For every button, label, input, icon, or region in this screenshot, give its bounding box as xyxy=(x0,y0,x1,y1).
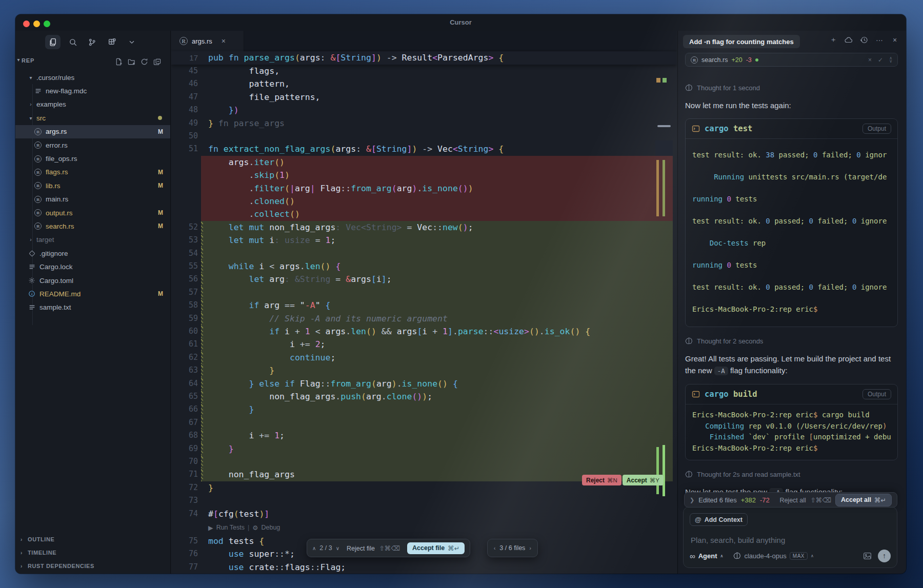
new-chat-icon[interactable]: ＋ xyxy=(829,36,837,44)
code-line-60[interactable]: 60 if i + 1 < args.len() && args[i + 1].… xyxy=(171,325,677,338)
tab-args-rs[interactable]: R args.rs × xyxy=(171,31,244,51)
agent-mode-selector[interactable]: ∞ Agent ∧ xyxy=(690,552,723,560)
add-context-button[interactable]: @ Add Context xyxy=(690,513,748,526)
code-line-62[interactable]: 62 continue; xyxy=(171,351,677,364)
tree-item-search.rs[interactable]: Rsearch.rsM xyxy=(15,219,170,233)
tree-item-README.md[interactable]: README.mdM xyxy=(15,287,170,300)
thought-row[interactable]: Thought for 2 seconds xyxy=(685,337,898,345)
code-line-65[interactable]: 65 non_flag_args.push(arg.clone()); xyxy=(171,390,677,403)
history-icon[interactable] xyxy=(860,36,868,44)
code-line-46[interactable]: 46 pattern, xyxy=(171,77,677,90)
chip-close-icon[interactable]: × xyxy=(868,56,872,64)
code-line-48[interactable]: 48 }) xyxy=(171,104,677,116)
code-line-59[interactable]: 59 // Skip -A and its numeric argument xyxy=(171,312,677,325)
chevron-down-icon[interactable] xyxy=(124,35,139,49)
code-line-deleted[interactable]: .skip(1) xyxy=(171,169,677,181)
more-icon[interactable]: ··· xyxy=(875,36,884,44)
zoom-window-button[interactable] xyxy=(44,21,50,27)
code-line-50[interactable]: 50 xyxy=(171,130,677,143)
tree-item-flags.rs[interactable]: Rflags.rsM xyxy=(15,166,170,179)
chat-input[interactable]: @ Add Context Plan, search, build anythi… xyxy=(683,506,897,568)
code-line-77[interactable]: 77 use crate::flags::Flag; xyxy=(171,561,677,574)
code-line-61[interactable]: 61 i += 2; xyxy=(171,338,677,351)
sidebar-panel-outline[interactable]: ›OUTLINE xyxy=(15,533,170,546)
close-window-button[interactable] xyxy=(23,21,30,27)
code-line-deleted[interactable]: args.iter() xyxy=(171,156,677,169)
output-badge[interactable]: Output xyxy=(862,389,891,399)
scrollbar-thumb[interactable] xyxy=(657,125,671,127)
tree-item-Cargo.toml[interactable]: Cargo.toml xyxy=(15,274,170,287)
accept-all-button[interactable]: Accept all ⌘↵ xyxy=(835,494,892,506)
code-line-70[interactable]: 70 xyxy=(171,455,677,468)
code-line-54[interactable]: 54 xyxy=(171,247,677,260)
code-line-74[interactable]: 74#[cfg(test)] xyxy=(171,508,677,520)
code-line-68[interactable]: 68 i += 1; xyxy=(171,429,677,442)
code-area[interactable]: 45 flags,46 pattern,47 file_patterns,48 … xyxy=(171,51,677,574)
next-file-icon[interactable]: › xyxy=(529,545,531,551)
tree-item-sample.txt[interactable]: sample.txt xyxy=(15,301,170,314)
expand-edits-icon[interactable]: ❯ xyxy=(690,497,694,503)
code-line-52[interactable]: 52 let mut non_flag_args: Vec<String> = … xyxy=(171,221,677,234)
new-folder-icon[interactable] xyxy=(126,56,137,67)
code-line-56[interactable]: 56 let arg: &String = &args[i]; xyxy=(171,273,677,286)
code-line-64[interactable]: 64 } else if Flag::from_arg(arg).is_none… xyxy=(171,377,677,390)
code-line-53[interactable]: 53 let mut i: usize = 1; xyxy=(171,234,677,247)
new-file-icon[interactable] xyxy=(113,56,124,67)
chat-title[interactable]: Add -n flag for counting matches xyxy=(683,35,800,48)
tree-item-target[interactable]: ›target xyxy=(15,233,170,247)
thought-row[interactable]: Thought for 2s and read sample.txt xyxy=(685,471,898,478)
tree-item-examples[interactable]: ›examples xyxy=(15,98,170,111)
output-badge[interactable]: Output xyxy=(862,124,891,134)
collapse-all-icon[interactable] xyxy=(151,56,163,67)
tree-item-Cargo.lock[interactable]: Cargo.lock xyxy=(15,260,170,273)
next-diff-icon[interactable]: ∨ xyxy=(336,545,339,551)
thought-row[interactable]: Thought for 1 second xyxy=(685,84,898,92)
search-icon[interactable] xyxy=(65,35,81,49)
chip-check-icon[interactable]: ✓ xyxy=(878,56,883,64)
cloud-icon[interactable] xyxy=(845,36,853,44)
chip-expand-icon[interactable]: ∧∨ xyxy=(889,57,892,63)
reject-hunk-button[interactable]: Reject ⌘N xyxy=(582,475,621,485)
code-line-51[interactable]: 51fn extract_non_flag_args(args: &[Strin… xyxy=(171,143,677,155)
prev-file-icon[interactable]: ‹ xyxy=(494,545,495,551)
code-line-deleted[interactable]: .cloned() xyxy=(171,195,677,208)
image-icon[interactable] xyxy=(863,552,872,560)
overview-ruler[interactable] xyxy=(656,51,677,574)
source-control-icon[interactable] xyxy=(84,35,99,49)
code-line-73[interactable]: 73 xyxy=(171,494,677,507)
accept-hunk-button[interactable]: Accept ⌘Y xyxy=(623,475,664,485)
code-line-45[interactable]: 45 flags, xyxy=(171,65,677,77)
files-icon[interactable] xyxy=(45,35,61,49)
close-tab-icon[interactable]: × xyxy=(222,37,226,45)
tree-item-.gitignore[interactable]: .gitignore xyxy=(15,247,170,260)
prev-diff-icon[interactable]: ∧ xyxy=(312,545,316,551)
close-panel-icon[interactable]: × xyxy=(891,36,899,44)
code-line-55[interactable]: 55 while i < args.len() { xyxy=(171,260,677,273)
tree-item-new-flag.mdc[interactable]: new-flag.mdc xyxy=(15,84,170,97)
debug-link[interactable]: Debug xyxy=(261,524,280,531)
tree-item-src[interactable]: ▾src xyxy=(15,111,170,125)
code-line-47[interactable]: 47 file_patterns, xyxy=(171,91,677,104)
project-root-label[interactable]: REP xyxy=(22,57,34,64)
tree-item-file_ops.rs[interactable]: Rfile_ops.rs xyxy=(15,152,170,165)
tree-item-error.rs[interactable]: Rerror.rs xyxy=(15,138,170,152)
code-line-deleted[interactable]: .filter(|arg| Flag::from_arg(arg).is_non… xyxy=(171,182,677,195)
tree-item-lib.rs[interactable]: Rlib.rsM xyxy=(15,179,170,192)
root-chevron-icon[interactable]: ▾ xyxy=(15,57,22,63)
refresh-icon[interactable] xyxy=(138,56,150,67)
reject-all-button[interactable]: Reject all ⇧⌘⌫ xyxy=(779,496,831,504)
send-button[interactable]: ↑ xyxy=(878,550,891,562)
code-line-deleted[interactable]: .collect() xyxy=(171,208,677,220)
code-lens[interactable]: ▶Run Tests|⚙Debug xyxy=(208,520,465,535)
input-placeholder[interactable]: Plan, search, build anything xyxy=(691,536,785,544)
sidebar-panel-timeline[interactable]: ›TIMELINE xyxy=(15,546,170,559)
sidebar-panel-rust-dependencies[interactable]: ›RUST DEPENDENCIES xyxy=(15,559,170,573)
tree-item-.cursor/rules[interactable]: ▾.cursor/rules xyxy=(15,71,170,84)
accept-file-button[interactable]: Accept file ⌘↵ xyxy=(407,542,465,554)
code-line-58[interactable]: 58 if arg == "-A" { xyxy=(171,299,677,312)
code-line-49[interactable]: 49} fn parse_args xyxy=(171,117,677,130)
code-line-67[interactable]: 67 xyxy=(171,416,677,429)
extensions-icon[interactable] xyxy=(104,35,119,49)
tree-item-main.rs[interactable]: Rmain.rs xyxy=(15,193,170,206)
code-line-57[interactable]: 57 xyxy=(171,286,677,299)
